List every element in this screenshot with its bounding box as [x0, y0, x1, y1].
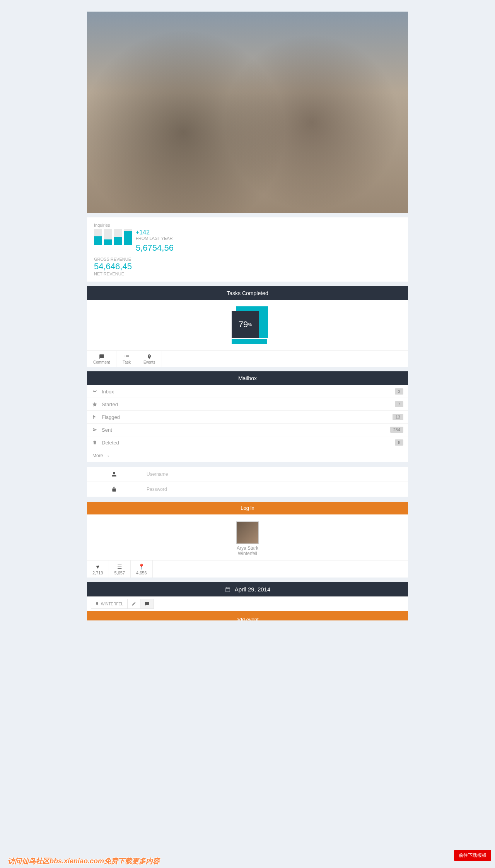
flag-icon: [92, 414, 98, 420]
gross-value: 54,646,45: [94, 261, 401, 272]
tasks-tabs: Comment Task Events: [87, 350, 408, 367]
password-input[interactable]: [141, 482, 408, 497]
event-location-button[interactable]: WINTERFEL: [91, 599, 128, 609]
mailbox-item-count: 6: [395, 439, 403, 446]
calendar-icon: [225, 586, 231, 593]
tasks-percent: 79: [239, 320, 248, 330]
mailbox-item-label: Inbox: [102, 389, 114, 395]
hero-image: [87, 12, 408, 213]
stat-list[interactable]: ☰ 5,657: [109, 560, 131, 578]
edit-icon: [131, 601, 136, 606]
mailbox-more[interactable]: More: [87, 449, 408, 462]
user-icon: [111, 472, 117, 477]
tab-events[interactable]: Events: [137, 351, 162, 367]
pin-icon: 📍: [136, 564, 147, 570]
inquiries-delta: +142: [136, 229, 174, 236]
tab-task-label: Task: [123, 360, 131, 364]
inquiries-delta-sub: FROM LAST YEAR: [136, 236, 174, 241]
mailbox-item-sent[interactable]: Sent284: [87, 424, 408, 436]
comment-icon: [99, 354, 105, 359]
tab-events-label: Events: [143, 360, 155, 364]
tab-comment[interactable]: Comment: [87, 351, 116, 367]
event-edit-button[interactable]: [127, 599, 140, 609]
login-form: [87, 467, 408, 497]
mailbox-item-label: Sent: [102, 427, 112, 433]
list-icon: ☰: [114, 564, 125, 570]
comment-icon: [144, 601, 150, 606]
tab-comment-label: Comment: [93, 360, 110, 364]
stat-places-value: 4,656: [136, 571, 147, 575]
mailbox-card: Mailbox Inbox3Started7Flagged13Sent284De…: [87, 371, 408, 462]
profile-location: Winterfell: [87, 551, 408, 556]
pin-icon: [95, 601, 99, 606]
gross-label: GROSS REVENUE: [94, 257, 401, 261]
mailbox-item-started[interactable]: Started7: [87, 398, 408, 411]
mailbox-more-label: More: [92, 453, 103, 458]
profile-card: Log in Arya Stark Winterfell ♥ 2,719 ☰ 5…: [87, 502, 408, 578]
heart-icon: ♥: [92, 564, 103, 570]
mailbox-item-flagged[interactable]: Flagged13: [87, 411, 408, 424]
stat-list-value: 5,657: [114, 571, 125, 575]
pin-icon: [146, 354, 152, 359]
inquiries-sparkline: [94, 229, 132, 245]
event-card: April 29, 2014 WINTERFEL add event: [87, 582, 408, 620]
mailbox-item-count: 7: [395, 401, 403, 407]
net-label: NET REVENUE: [94, 272, 401, 276]
avatar: [236, 521, 259, 544]
list-icon: [124, 354, 130, 359]
mailbox-title: Mailbox: [87, 371, 408, 385]
inquiries-card: Inquiries +142 FROM LAST YEAR 5,6754,56 …: [87, 217, 408, 282]
add-event-button[interactable]: add event: [87, 611, 408, 620]
password-row: [87, 482, 408, 497]
event-toolbar: WINTERFEL: [87, 596, 408, 611]
tasks-percent-unit: %: [248, 322, 252, 327]
login-button[interactable]: Log in: [87, 502, 408, 514]
tab-task[interactable]: Task: [116, 351, 137, 367]
tasks-title: Tasks Completed: [87, 286, 408, 300]
event-comment-button[interactable]: [140, 599, 154, 609]
stat-places[interactable]: 📍 4,656: [131, 560, 153, 578]
lock-icon: [111, 487, 117, 492]
username-input[interactable]: [141, 467, 408, 482]
mailbox-item-count: 13: [393, 414, 403, 420]
tasks-card: Tasks Completed 79% Comment Task Events: [87, 286, 408, 367]
stat-likes-value: 2,719: [92, 571, 103, 575]
inbox-icon: [92, 389, 98, 394]
profile-name: Arya Stark: [87, 545, 408, 551]
tasks-percent-badge: 79%: [232, 309, 263, 341]
trash-icon: [92, 440, 98, 445]
mailbox-item-deleted[interactable]: Deleted6: [87, 436, 408, 449]
inquiries-label: Inquiries: [94, 223, 401, 227]
mailbox-item-label: Flagged: [102, 414, 120, 420]
mailbox-item-label: Started: [102, 402, 118, 407]
inquiries-value: 5,6754,56: [136, 243, 174, 253]
username-row: [87, 467, 408, 482]
mailbox-item-count: 3: [395, 388, 403, 395]
profile-stats: ♥ 2,719 ☰ 5,657 📍 4,656: [87, 560, 408, 578]
star-icon: [92, 402, 98, 407]
event-date-bar: April 29, 2014: [87, 582, 408, 596]
event-date: April 29, 2014: [235, 586, 271, 593]
chevron-down-icon: [106, 454, 111, 458]
event-location-label: WINTERFEL: [101, 602, 123, 606]
stat-likes[interactable]: ♥ 2,719: [87, 560, 109, 578]
send-icon: [92, 427, 98, 432]
mailbox-item-label: Deleted: [102, 440, 119, 446]
mailbox-item-count: 284: [390, 427, 403, 433]
mailbox-item-inbox[interactable]: Inbox3: [87, 385, 408, 398]
